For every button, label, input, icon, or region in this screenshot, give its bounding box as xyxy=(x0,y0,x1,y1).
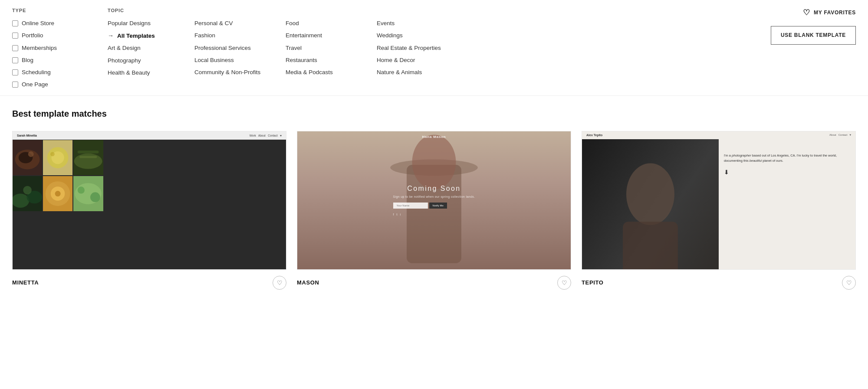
minetta-site-name: Sarah Minetta xyxy=(17,134,37,137)
tepito-favorite-button[interactable]: ♡ xyxy=(842,276,856,290)
svg-rect-30 xyxy=(623,222,678,270)
tepito-photo-container xyxy=(582,139,719,270)
type-portfolio[interactable]: Portfolio xyxy=(12,29,108,42)
svg-point-19 xyxy=(55,191,61,196)
topic-all-templates[interactable]: → All Templates xyxy=(108,29,194,42)
mason-favorite-button[interactable]: ♡ xyxy=(557,276,571,290)
svg-point-9 xyxy=(74,153,102,169)
checkbox-blog[interactable] xyxy=(12,57,18,63)
mason-email-input[interactable] xyxy=(393,203,428,209)
food-cell-6 xyxy=(73,176,103,211)
mason-coming-soon: Coming Soon Sign up to be notified when … xyxy=(393,185,475,216)
topic-label: TOPIC xyxy=(108,8,194,13)
topic-real-estate[interactable]: Real Estate & Properties xyxy=(377,42,468,54)
main-content: Best template matches Sarah Minetta Work… xyxy=(0,96,868,309)
food-cell-1 xyxy=(13,140,42,175)
template-card-minetta[interactable]: Sarah Minetta Work About Contact ♥ xyxy=(12,131,286,291)
facebook-icon: f xyxy=(393,213,394,216)
down-arrow-icon: ⬇ xyxy=(724,169,850,176)
topic-restaurants[interactable]: Restaurants xyxy=(286,54,377,66)
type-filter-section: TYPE Online Store Portfolio Memberships … xyxy=(12,8,108,91)
svg-rect-10 xyxy=(78,150,99,153)
type-memberships[interactable]: Memberships xyxy=(12,42,108,54)
svg-point-3 xyxy=(28,151,34,157)
tepito-label: TEPITO xyxy=(582,279,604,286)
template-card-tepito[interactable]: Alex Tepito About Contact ♥ xyxy=(582,131,856,291)
minetta-thumbnail: Sarah Minetta Work About Contact ♥ xyxy=(12,131,286,270)
svg-point-27 xyxy=(412,134,456,189)
minetta-label: MINETTA xyxy=(12,279,39,286)
instagram-icon: i xyxy=(400,213,401,216)
checkbox-portfolio[interactable] xyxy=(12,33,18,39)
topic-food[interactable]: Food xyxy=(286,17,377,29)
food-cell-5 xyxy=(43,176,72,211)
type-one-page[interactable]: One Page xyxy=(12,78,108,91)
svg-point-15 xyxy=(23,186,31,194)
checkbox-online-store[interactable] xyxy=(12,20,18,26)
heart-outline-icon3: ♡ xyxy=(846,279,852,286)
minetta-favorite-button[interactable]: ♡ xyxy=(273,276,286,290)
topic-professional-services[interactable]: Professional Services xyxy=(194,42,286,54)
topic-filter-col3: TOPIC Food Entertainment Travel Restaura… xyxy=(286,8,377,91)
mason-social-icons: f t i xyxy=(393,213,475,216)
svg-point-23 xyxy=(90,192,100,202)
mason-input-row: Notify Me xyxy=(393,203,475,209)
heart-outline-icon2: ♡ xyxy=(562,279,567,286)
food-cell-2 xyxy=(43,140,72,175)
topic-filter-col4: TOPIC Events Weddings Real Estate & Prop… xyxy=(377,8,468,91)
checkbox-scheduling[interactable] xyxy=(12,69,18,75)
heart-icon: ♡ xyxy=(803,8,810,17)
mason-notify-button[interactable]: Notify Me xyxy=(429,203,447,209)
svg-point-22 xyxy=(78,186,85,193)
topic-photography[interactable]: Photography xyxy=(108,55,194,67)
tepito-text-container: I'm a photographer based out of Los Ange… xyxy=(719,139,855,270)
topic-health-beauty[interactable]: Health & Beauty xyxy=(108,67,194,79)
template-card-mason[interactable]: Hana Mason xyxy=(297,131,571,291)
topic-personal-cv[interactable]: Personal & CV xyxy=(194,17,286,29)
topic-nature-animals[interactable]: Nature & Animals xyxy=(377,66,468,78)
topic-fashion[interactable]: Fashion xyxy=(194,29,286,42)
mason-card-footer: MASON ♡ xyxy=(297,270,571,291)
topic-home-decor[interactable]: Home & Decor xyxy=(377,54,468,66)
topic-events[interactable]: Events xyxy=(377,17,468,29)
tepito-bio-text: I'm a photographer based out of Los Ange… xyxy=(724,153,850,163)
tepito-thumbnail: Alex Tepito About Contact ♥ xyxy=(582,131,856,270)
arrow-icon: → xyxy=(108,31,114,40)
svg-point-7 xyxy=(50,152,55,156)
topic-weddings[interactable]: Weddings xyxy=(377,29,468,42)
food-cell-4 xyxy=(13,176,42,211)
minetta-nav-links: Work About Contact ♥ xyxy=(250,134,282,137)
mason-nav: Hana Mason xyxy=(297,131,571,142)
twitter-icon: t xyxy=(397,213,398,216)
type-blog[interactable]: Blog xyxy=(12,54,108,66)
tepito-nav: Alex Tepito About Contact ♥ xyxy=(582,131,855,139)
topic-community-nonprofits[interactable]: Community & Non-Profits xyxy=(194,66,286,78)
mason-thumbnail: Hana Mason xyxy=(297,131,571,270)
tepito-site-name: Alex Tepito xyxy=(586,134,602,137)
tepito-person-image xyxy=(582,139,719,270)
topic-local-business[interactable]: Local Business xyxy=(194,54,286,66)
svg-point-29 xyxy=(626,163,674,225)
type-scheduling[interactable]: Scheduling xyxy=(12,66,108,78)
food-cell-3 xyxy=(73,140,103,175)
type-label: TYPE xyxy=(12,8,108,13)
heart-outline-icon: ♡ xyxy=(277,279,283,286)
checkbox-memberships[interactable] xyxy=(12,45,18,51)
tepito-card-footer: TEPITO ♡ xyxy=(582,270,856,291)
topic-travel[interactable]: Travel xyxy=(286,42,377,54)
topic-media-podcasts[interactable]: Media & Podcasts xyxy=(286,66,377,78)
minetta-card-footer: MINETTA ♡ xyxy=(12,270,286,291)
tepito-photo xyxy=(582,139,719,270)
topic-entertainment[interactable]: Entertainment xyxy=(286,29,377,42)
topic-art-design[interactable]: Art & Design xyxy=(108,42,194,54)
my-favorites-button[interactable]: ♡ MY FAVORITES xyxy=(803,8,856,17)
type-online-store[interactable]: Online Store xyxy=(12,17,108,29)
filter-bar: TYPE Online Store Portfolio Memberships … xyxy=(0,0,868,96)
use-blank-template-button[interactable]: USE BLANK TEMPLATE xyxy=(771,26,856,45)
tepito-nav-links: About Contact ♥ xyxy=(829,134,851,136)
svg-rect-11 xyxy=(79,156,97,158)
mason-label: MASON xyxy=(297,279,319,286)
topic-filter-col1: TOPIC Popular Designs → All Templates Ar… xyxy=(108,8,194,91)
topic-popular-designs[interactable]: Popular Designs xyxy=(108,17,194,29)
checkbox-one-page[interactable] xyxy=(12,82,18,88)
